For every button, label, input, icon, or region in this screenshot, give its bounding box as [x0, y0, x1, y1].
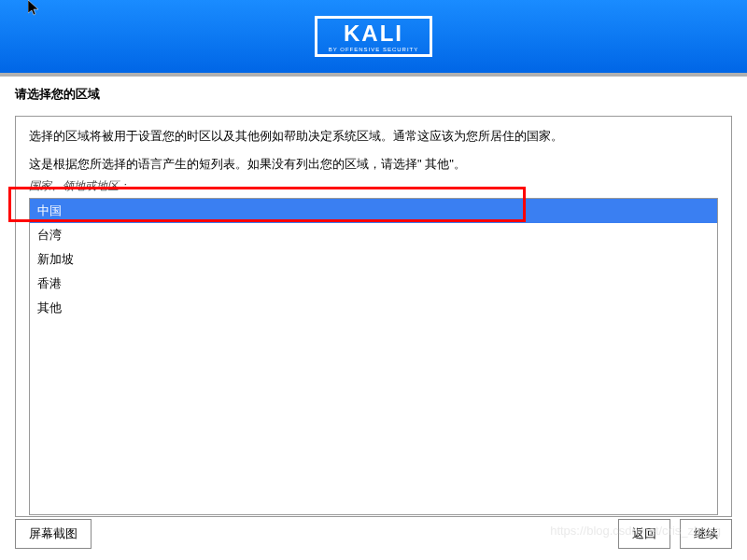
list-item[interactable]: 新加坡	[30, 247, 717, 272]
list-item[interactable]: 香港	[30, 272, 717, 296]
region-listbox[interactable]: 中国台湾新加坡香港其他	[29, 198, 718, 515]
description-line1: 选择的区域将被用于设置您的时区以及其他例如帮助决定系统区域。通常这应该为您所居住…	[29, 128, 718, 145]
description-line2: 这是根据您所选择的语言产生的短列表。如果没有列出您的区域，请选择" 其他"。	[29, 156, 718, 173]
installer-header: KALI BY OFFENSIVE SECURITY	[0, 0, 747, 73]
content-panel: 选择的区域将被用于设置您的时区以及其他例如帮助决定系统区域。通常这应该为您所居住…	[15, 116, 732, 517]
back-button[interactable]: 返回	[618, 519, 670, 549]
list-item[interactable]: 其他	[30, 296, 717, 320]
footer-bar: 屏幕截图 返回 继续	[0, 519, 747, 549]
page-title: 请选择您的区域	[0, 77, 747, 110]
logo-text: KALI	[329, 22, 419, 45]
list-label: 国家、领地或地区：	[29, 178, 718, 194]
logo-subtitle: BY OFFENSIVE SECURITY	[329, 47, 419, 52]
footer-right-group: 返回 继续	[618, 519, 732, 549]
list-item[interactable]: 中国	[30, 199, 717, 223]
continue-button[interactable]: 继续	[680, 519, 732, 549]
list-item[interactable]: 台湾	[30, 223, 717, 247]
kali-logo: KALI BY OFFENSIVE SECURITY	[315, 16, 433, 57]
screenshot-button[interactable]: 屏幕截图	[15, 519, 92, 549]
